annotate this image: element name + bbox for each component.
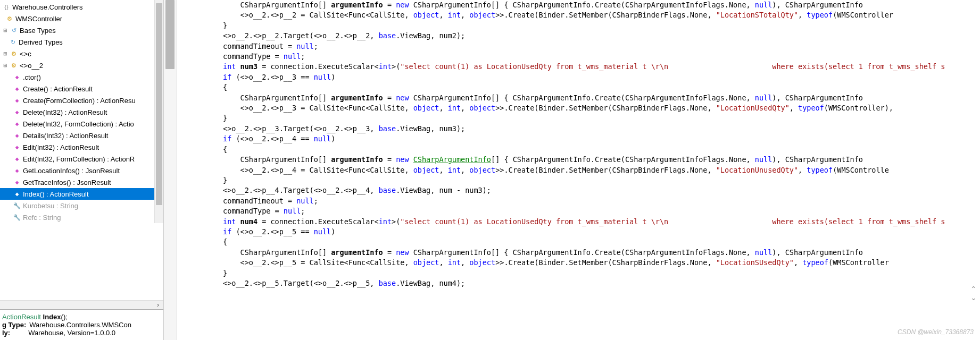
index-member-selected[interactable]: Index() : ActionResult — [0, 188, 163, 200]
edit-fc-member[interactable]: Edit(Int32, FormCollection) : ActionR — [0, 153, 163, 165]
gen-o2-node[interactable]: ⊞⚙<>o__2 — [0, 60, 163, 71]
signature: ActionResult Index(); — [2, 313, 161, 321]
refc-prop[interactable]: 🔧Refc : String — [0, 211, 163, 223]
method-icon — [13, 178, 21, 186]
code-editor-panel: CSharpArgumentInfo[] argumentInfo = new … — [164, 0, 980, 340]
member-label: Edit(Int32, FormCollection) : ActionR — [23, 155, 135, 163]
namespace-node[interactable]: {}Warehouse.Controllers — [0, 1, 163, 13]
details-member[interactable]: Details(Int32) : ActionResult — [0, 130, 163, 141]
member-label: Index() : ActionResult — [23, 190, 89, 198]
expand-icon[interactable]: ⊞ — [2, 50, 9, 57]
method-icon — [13, 131, 21, 140]
property-icon: 🔧 — [13, 201, 21, 210]
declaring-type: g Type:Warehouse.Controllers.WMSCon — [2, 321, 161, 329]
method-icon — [13, 108, 21, 116]
member-label: .ctor() — [23, 73, 41, 81]
namespace-icon: {} — [2, 3, 11, 11]
sidebar-panel: {}Warehouse.Controllers ⚙WMSController ⊞… — [0, 0, 164, 340]
method-icon — [13, 155, 21, 163]
derivedtypes-node[interactable]: ↻Derived Types — [0, 36, 163, 48]
expand-icon[interactable]: ⊞ — [2, 62, 9, 69]
basetypes-icon: ↺ — [10, 26, 18, 35]
kurobetsu-prop[interactable]: 🔧Kurobetsu : String — [0, 200, 163, 211]
member-label: GetTraceInfos() : JsonResult — [23, 178, 111, 186]
prop-label: Kurobetsu : String — [23, 202, 78, 210]
gettrace-member[interactable]: GetTraceInfos() : JsonResult — [0, 176, 163, 188]
gen-c-node[interactable]: ⊞⚙<>c — [0, 48, 163, 60]
method-icon — [13, 73, 21, 81]
basetypes-label: Base Types — [20, 27, 56, 35]
class-label: WMSController — [15, 15, 62, 23]
class-icon: ⚙ — [5, 14, 14, 23]
member-label: Create() : ActionResult — [23, 85, 93, 93]
member-info-panel: ActionResult Index(); g Type:Warehouse.C… — [0, 309, 163, 340]
tree-scrollbar[interactable] — [154, 0, 163, 223]
getlocation-member[interactable]: GetLocationInfos() : JsonResult — [0, 165, 163, 176]
basetypes-node[interactable]: ⊞↺Base Types — [0, 24, 163, 36]
derivedtypes-label: Derived Types — [19, 38, 63, 46]
scrollbar-thumb[interactable] — [156, 3, 162, 205]
class-node[interactable]: ⚙WMSController — [0, 13, 163, 24]
class-icon: ⚙ — [10, 61, 18, 70]
member-label: Create(FormCollection) : ActionResu — [23, 97, 136, 105]
delete-fc-member[interactable]: Delete(Int32, FormCollection) : Actio — [0, 118, 163, 130]
type-tree[interactable]: {}Warehouse.Controllers ⚙WMSController ⊞… — [0, 0, 163, 300]
delete-member[interactable]: Delete(Int32) : ActionResult — [0, 106, 163, 118]
edit-member[interactable]: Edit(Int32) : ActionResult — [0, 141, 163, 153]
member-label: Delete(Int32) : ActionResult — [23, 108, 107, 116]
watermark: CSDN @weixin_73368873 — [898, 328, 974, 336]
editor-scrollbar[interactable] — [164, 0, 177, 340]
assembly: ly:Warehouse, Version=1.0.0.0 — [2, 329, 161, 337]
scrollbar-thumb[interactable] — [165, 0, 175, 69]
gen-c-label: <>c — [20, 50, 31, 58]
horizontal-scrollbar[interactable]: › — [0, 300, 163, 309]
ctor-member[interactable]: .ctor() — [0, 71, 163, 83]
member-label: GetLocationInfos() : JsonResult — [23, 167, 120, 175]
method-icon — [13, 143, 21, 151]
property-icon: 🔧 — [13, 213, 21, 222]
expand-icon[interactable]: ⊞ — [2, 27, 9, 33]
namespace-label: Warehouse.Controllers — [12, 3, 82, 11]
gen-o2-label: <>o__2 — [20, 62, 43, 70]
nav-arrows[interactable]: ⌃⌄ — [970, 285, 977, 302]
create-fc-member[interactable]: Create(FormCollection) : ActionResu — [0, 95, 163, 106]
scroll-right-icon[interactable]: › — [157, 301, 159, 309]
create-member[interactable]: Create() : ActionResult — [0, 83, 163, 95]
method-icon — [13, 96, 21, 105]
method-icon — [13, 84, 21, 93]
method-icon — [13, 190, 21, 198]
method-icon — [13, 166, 21, 175]
prop-label: Refc : String — [23, 214, 61, 222]
member-label: Edit(Int32) : ActionResult — [23, 143, 99, 151]
method-icon — [13, 120, 21, 128]
member-label: Delete(Int32, FormCollection) : Actio — [23, 120, 134, 128]
code-editor[interactable]: CSharpArgumentInfo[] argumentInfo = new … — [164, 0, 980, 288]
member-label: Details(Int32) : ActionResult — [23, 132, 108, 140]
derivedtypes-icon: ↻ — [9, 38, 17, 46]
class-icon: ⚙ — [10, 49, 18, 58]
